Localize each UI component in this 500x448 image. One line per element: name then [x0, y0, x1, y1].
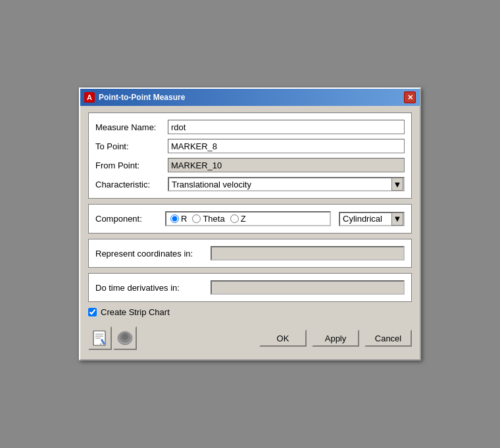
- radio-z-label: Z: [241, 214, 246, 224]
- represent-coords-row: Represent coordinates in:: [95, 246, 405, 261]
- to-point-row: To Point:: [95, 139, 405, 153]
- measure-name-input[interactable]: [168, 120, 405, 134]
- component-row: Component: R Theta Z: [95, 211, 405, 226]
- notebook-icon-button[interactable]: [88, 326, 112, 350]
- strip-chart-label: Create Strip Chart: [101, 307, 170, 317]
- radio-z-item: Z: [230, 214, 246, 224]
- icon-buttons-group: [88, 326, 137, 350]
- represent-coords-label: Represent coordinates in:: [95, 249, 211, 259]
- strip-chart-row: Create Strip Chart: [88, 307, 412, 317]
- action-buttons-group: OK Apply Cancel: [259, 330, 412, 347]
- title-bar: A Point-to-Point Measure ✕: [80, 89, 420, 106]
- notebook-icon: [91, 329, 109, 347]
- time-derivatives-input: [211, 280, 405, 295]
- from-point-row: From Point:: [95, 158, 405, 172]
- window-title: Point-to-Point Measure: [99, 93, 185, 102]
- characteristic-label: Characteristic:: [95, 180, 168, 189]
- coord-type-select-wrapper: Cylindrical Cartesian Spherical ▼: [339, 212, 405, 226]
- stamp-icon-button[interactable]: [113, 326, 137, 350]
- characteristic-select-wrapper: Translational velocity Displacement Acce…: [168, 177, 405, 191]
- radio-r-item: R: [170, 214, 187, 224]
- radio-theta-input[interactable]: [192, 214, 201, 223]
- time-derivatives-row: Do time derivatives in:: [95, 280, 405, 295]
- radio-z-input[interactable]: [230, 214, 239, 223]
- apply-button[interactable]: Apply: [312, 330, 359, 347]
- coord-type-select[interactable]: Cylindrical Cartesian Spherical: [339, 212, 405, 226]
- time-derivatives-section: Do time derivatives in:: [88, 273, 412, 302]
- radio-theta-label: Theta: [203, 214, 224, 224]
- from-point-label: From Point:: [95, 161, 168, 170]
- close-button[interactable]: ✕: [404, 91, 416, 103]
- measure-name-row: Measure Name:: [95, 120, 405, 134]
- to-point-input[interactable]: [168, 139, 405, 153]
- radio-r-input[interactable]: [170, 214, 179, 223]
- dialog-content: Measure Name: To Point: From Point: Char…: [80, 106, 420, 359]
- ok-button[interactable]: OK: [259, 330, 307, 347]
- component-label: Component:: [95, 214, 161, 224]
- app-icon: A: [84, 92, 95, 103]
- radio-r-label: R: [181, 214, 187, 224]
- dialog-window: A Point-to-Point Measure ✕ Measure Name:…: [79, 87, 421, 361]
- characteristic-select[interactable]: Translational velocity Displacement Acce…: [168, 177, 405, 191]
- represent-coords-input: [211, 246, 405, 261]
- to-point-label: To Point:: [95, 141, 168, 151]
- from-point-input[interactable]: [168, 158, 405, 172]
- main-form-section: Measure Name: To Point: From Point: Char…: [88, 112, 412, 199]
- cancel-button[interactable]: Cancel: [364, 330, 412, 347]
- strip-chart-checkbox[interactable]: [88, 308, 97, 316]
- characteristic-row: Characteristic: Translational velocity D…: [95, 177, 405, 191]
- represent-coords-section: Represent coordinates in:: [88, 239, 412, 268]
- radio-theta-item: Theta: [192, 214, 224, 224]
- component-section: Component: R Theta Z: [88, 204, 412, 234]
- time-derivatives-label: Do time derivatives in:: [95, 283, 211, 293]
- component-radio-group: R Theta Z: [165, 211, 331, 226]
- bottom-bar: OK Apply Cancel: [88, 324, 412, 353]
- stamp-icon: [116, 329, 134, 347]
- title-bar-left: A Point-to-Point Measure: [84, 92, 185, 103]
- svg-point-8: [122, 334, 128, 340]
- measure-name-label: Measure Name:: [95, 122, 168, 132]
